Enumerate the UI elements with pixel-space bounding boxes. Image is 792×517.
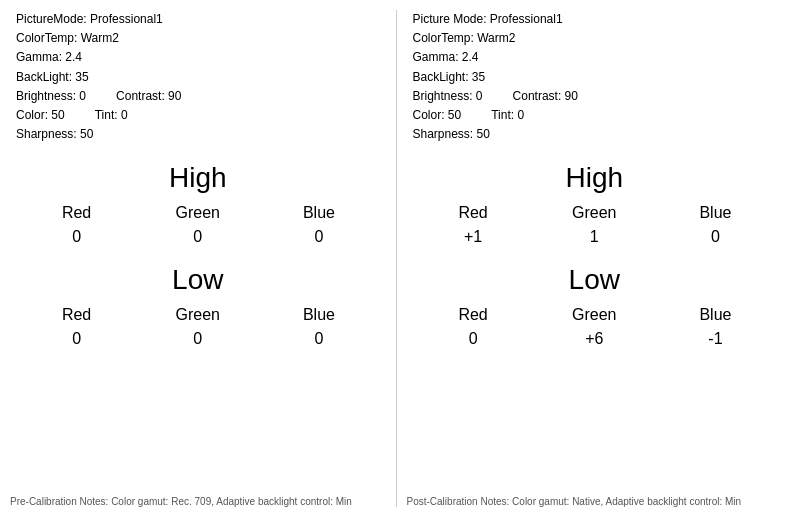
right-high-green-value: 1: [534, 228, 655, 246]
left-high-blue-header: Blue: [258, 204, 379, 222]
right-high-table: Red Green Blue +1 1 0: [413, 204, 777, 246]
right-low-blue-header: Blue: [655, 306, 776, 324]
right-low-green-value: +6: [534, 330, 655, 348]
right-high-blue-header: Blue: [655, 204, 776, 222]
right-low-green-header: Green: [534, 306, 655, 324]
left-high-red-header: Red: [16, 204, 137, 222]
left-low-green-value: 0: [137, 330, 258, 348]
right-low-table: Red Green Blue 0 +6 -1: [413, 306, 777, 348]
left-low-green-header: Green: [137, 306, 258, 324]
right-low-red-value: 0: [413, 330, 534, 348]
left-color-temp: ColorTemp: Warm2: [16, 29, 380, 48]
right-notes: Post-Calibration Notes: Color gamut: Nat…: [407, 495, 783, 509]
right-low-red-header: Red: [413, 306, 534, 324]
right-high-blue-value: 0: [655, 228, 776, 246]
left-info: PictureMode: Professional1 ColorTemp: Wa…: [16, 10, 380, 144]
left-low-title: Low: [16, 264, 380, 296]
right-contrast: Contrast: 90: [513, 87, 578, 106]
left-high-title: High: [16, 162, 380, 194]
right-low-title: Low: [413, 264, 777, 296]
left-contrast: Contrast: 90: [116, 87, 181, 106]
left-low-red-value: 0: [16, 330, 137, 348]
left-tint: Tint: 0: [95, 106, 128, 125]
right-high-red-value: +1: [413, 228, 534, 246]
right-low-blue-value: -1: [655, 330, 776, 348]
right-panel: Picture Mode: Professional1 ColorTemp: W…: [397, 0, 793, 517]
left-low-table: Red Green Blue 0 0 0: [16, 306, 380, 348]
main-container: PictureMode: Professional1 ColorTemp: Wa…: [0, 0, 792, 517]
right-gamma: Gamma: 2.4: [413, 48, 777, 67]
left-gamma: Gamma: 2.4: [16, 48, 380, 67]
right-info: Picture Mode: Professional1 ColorTemp: W…: [413, 10, 777, 144]
left-picture-mode: PictureMode: Professional1: [16, 10, 380, 29]
right-high-red-header: Red: [413, 204, 534, 222]
left-brightness: Brightness: 0: [16, 87, 86, 106]
left-color: Color: 50: [16, 106, 65, 125]
left-panel: PictureMode: Professional1 ColorTemp: Wa…: [0, 0, 396, 517]
left-backlight: BackLight: 35: [16, 68, 380, 87]
right-high-title: High: [413, 162, 777, 194]
left-low-blue-value: 0: [258, 330, 379, 348]
right-backlight: BackLight: 35: [413, 68, 777, 87]
left-low-red-header: Red: [16, 306, 137, 324]
right-high-green-header: Green: [534, 204, 655, 222]
right-sharpness: Sharpness: 50: [413, 125, 777, 144]
left-high-red-value: 0: [16, 228, 137, 246]
right-color-temp: ColorTemp: Warm2: [413, 29, 777, 48]
right-color: Color: 50: [413, 106, 462, 125]
left-high-green-header: Green: [137, 204, 258, 222]
left-notes: Pre-Calibration Notes: Color gamut: Rec.…: [10, 495, 386, 509]
left-sharpness: Sharpness: 50: [16, 125, 380, 144]
right-brightness: Brightness: 0: [413, 87, 483, 106]
right-picture-mode: Picture Mode: Professional1: [413, 10, 777, 29]
left-high-table: Red Green Blue 0 0 0: [16, 204, 380, 246]
left-low-blue-header: Blue: [258, 306, 379, 324]
left-high-green-value: 0: [137, 228, 258, 246]
right-tint: Tint: 0: [491, 106, 524, 125]
left-high-blue-value: 0: [258, 228, 379, 246]
